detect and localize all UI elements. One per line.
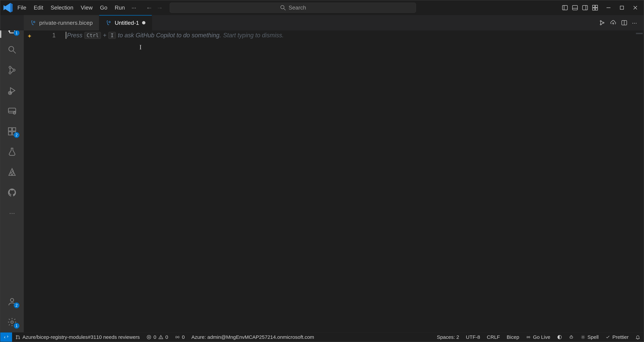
kbd-i: I: [108, 32, 116, 39]
status-eol-text: CRLF: [487, 334, 500, 340]
search-icon: [280, 4, 286, 11]
tab-untitled-1[interactable]: Untitled-1: [99, 15, 152, 30]
status-prettier[interactable]: Prettier: [602, 334, 632, 340]
extensions-badge: 2: [14, 132, 20, 138]
status-copilot-icon[interactable]: [566, 335, 577, 340]
svg-point-45: [161, 338, 161, 338]
status-azure-account[interactable]: Azure: admin@MngEnvMCAP257214.onmicrosof…: [188, 334, 317, 340]
activity-remote-explorer[interactable]: [0, 101, 24, 121]
more-actions-icon[interactable]: ···: [632, 19, 639, 26]
status-theme-icon[interactable]: [554, 335, 566, 340]
accounts-badge: 2: [14, 303, 20, 308]
window-close-icon[interactable]: [632, 4, 639, 11]
status-encoding-text: UTF-8: [466, 334, 480, 340]
status-indent[interactable]: Spaces: 2: [434, 334, 462, 340]
vscode-logo-icon: [2, 2, 14, 13]
svg-point-19: [600, 24, 601, 25]
status-go-live[interactable]: Go Live: [522, 334, 554, 340]
activity-more[interactable]: ···: [0, 203, 24, 223]
activity-explorer[interactable]: 1: [0, 30, 24, 39]
svg-point-18: [600, 20, 601, 22]
svg-rect-29: [8, 108, 16, 113]
svg-point-17: [109, 21, 110, 23]
status-pr[interactable]: Azure/bicep-registry-modules#3110 needs …: [12, 334, 143, 340]
activity-source-control[interactable]: [0, 60, 24, 80]
svg-point-36: [10, 299, 14, 302]
minimap-indicator[interactable]: [636, 33, 643, 34]
svg-point-23: [9, 46, 14, 51]
editor-tab-bar: private-runners.bicep Untitled-1 ···: [0, 15, 644, 30]
activity-settings[interactable]: 1: [0, 312, 24, 332]
menu-selection[interactable]: Selection: [47, 3, 77, 12]
status-encoding[interactable]: UTF-8: [462, 334, 484, 340]
svg-rect-49: [570, 336, 573, 339]
toggle-secondary-sidebar-icon[interactable]: [582, 4, 588, 11]
window-controls: [605, 4, 639, 11]
window-minimize-icon[interactable]: [605, 4, 612, 11]
svg-rect-35: [12, 128, 16, 131]
ghost-word: Press: [67, 32, 82, 39]
nav-forward-icon[interactable]: →: [156, 4, 163, 11]
editor-tab-actions: ···: [599, 15, 644, 30]
menu-run[interactable]: Run: [111, 3, 129, 12]
toggle-primary-sidebar-icon[interactable]: [562, 4, 568, 11]
svg-point-40: [18, 338, 20, 339]
activity-search[interactable]: [0, 39, 24, 60]
text-editor[interactable]: ✦ 1 Press Ctrl + I to ask GitHub Copilot…: [24, 30, 644, 332]
activity-bar: 1 2: [0, 30, 24, 332]
status-notifications-icon[interactable]: [632, 335, 644, 340]
menu-view[interactable]: View: [77, 3, 96, 12]
editor-line: 1 Press Ctrl + I to ask GitHub Copilot t…: [24, 30, 644, 40]
status-azure-text: Azure: admin@MngEnvMCAP257214.onmicrosof…: [191, 334, 314, 340]
svg-rect-4: [572, 5, 578, 10]
cloud-upload-icon[interactable]: [610, 19, 616, 26]
menu-edit[interactable]: Edit: [30, 3, 47, 12]
status-warnings: 0: [165, 334, 168, 340]
run-related-icon[interactable]: [599, 19, 606, 26]
status-golive-text: Go Live: [533, 334, 550, 340]
activity-extensions[interactable]: 2: [0, 121, 24, 142]
remote-indicator[interactable]: [0, 333, 12, 342]
activity-testing[interactable]: [0, 142, 24, 162]
tab-dirty-indicator-icon: [142, 21, 146, 24]
status-language[interactable]: Bicep: [503, 334, 522, 340]
split-editor-icon[interactable]: [621, 19, 628, 26]
bicep-file-icon: [30, 20, 36, 26]
svg-rect-9: [596, 5, 598, 7]
toggle-panel-icon[interactable]: [572, 4, 578, 11]
svg-point-46: [177, 337, 178, 338]
activity-run-debug[interactable]: [0, 80, 24, 101]
activity-github[interactable]: [0, 182, 24, 203]
svg-point-47: [528, 337, 529, 338]
status-problems[interactable]: 0 0: [143, 334, 172, 340]
tab-private-runners[interactable]: private-runners.bicep: [24, 15, 99, 30]
status-ports[interactable]: 0: [172, 334, 188, 340]
svg-point-26: [9, 72, 11, 74]
svg-rect-8: [592, 5, 595, 7]
search-placeholder: Search: [289, 4, 306, 11]
text-cursor-icon: [66, 32, 66, 39]
command-center-search[interactable]: Search: [170, 3, 416, 13]
menu-go[interactable]: Go: [96, 3, 111, 12]
title-bar: File Edit Selection View Go Run ··· ← → …: [0, 0, 644, 15]
menu-bar: File Edit Selection View Go Run ···: [14, 3, 139, 12]
svg-rect-33: [8, 132, 12, 135]
tab-label: Untitled-1: [114, 19, 139, 26]
activity-azure[interactable]: [0, 162, 24, 182]
status-spell[interactable]: Spell: [577, 334, 602, 340]
customize-layout-icon[interactable]: [592, 4, 598, 11]
svg-rect-6: [582, 5, 588, 10]
svg-rect-11: [596, 8, 598, 10]
menu-file[interactable]: File: [14, 3, 30, 12]
status-bar: Azure/bicep-registry-modules#3110 needs …: [0, 332, 644, 342]
ghost-word: to ask GitHub Copilot to do something.: [118, 32, 221, 39]
activity-accounts[interactable]: 2: [0, 292, 24, 312]
window-maximize-icon[interactable]: [618, 4, 625, 11]
kbd-plus: +: [103, 32, 106, 39]
status-eol[interactable]: CRLF: [484, 334, 503, 340]
nav-back-icon[interactable]: ←: [146, 4, 152, 11]
copilot-ghost-text: Press Ctrl + I to ask GitHub Copilot to …: [67, 32, 284, 39]
status-prettier-text: Prettier: [612, 334, 628, 340]
menu-more-icon[interactable]: ···: [128, 3, 139, 12]
ghost-word-dim: Start typing to dismiss.: [223, 32, 284, 39]
